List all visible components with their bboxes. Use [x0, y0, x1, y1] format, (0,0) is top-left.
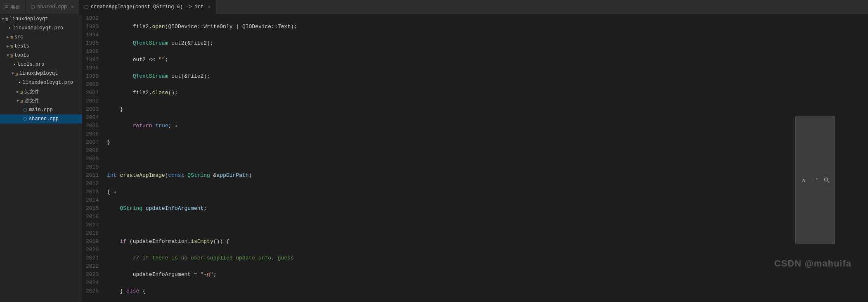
expand-arrow-src: ▶ — [7, 35, 9, 40]
ln-2023: 2023 — [86, 271, 99, 279]
sidebar-item-tests[interactable]: ▶ ◫ tests — [0, 42, 82, 51]
sidebar-item-linuxdeployqt-sub[interactable]: ▼ ◫ linuxdeployqt — [0, 69, 82, 78]
expand-arrow: ▼ — [2, 17, 4, 21]
expand-arrow-sources: ▼ — [17, 99, 19, 103]
code-line-1992: file2.open(QIODevice::WriteOnly | QIODev… — [107, 23, 865, 31]
folder-sources-icon: ◫ — [20, 98, 23, 104]
sidebar-item-pro-root[interactable]: ▪ linuxdeployqt.pro — [0, 24, 82, 33]
ln-2000: 2000 — [86, 81, 99, 89]
sidebar-label-ldt-pro: linuxdeployqt.pro — [23, 80, 73, 86]
ln-2002: 2002 — [86, 97, 99, 105]
tab-shared-label: shared.cpp — [37, 4, 67, 10]
code-line-1994: out2 << ""; — [107, 56, 865, 64]
sidebar-item-sources[interactable]: ▼ ◫ 源文件 — [0, 96, 82, 105]
tab-shared-close[interactable]: × — [71, 5, 74, 10]
pro-ldt-icon: ▪ — [18, 80, 21, 85]
ln-1997: 1997 — [86, 56, 99, 64]
svg-line-1 — [828, 181, 830, 183]
code-line-2008: } else { — [107, 287, 865, 295]
tab-create-close[interactable]: × — [208, 5, 210, 10]
ln-2001: 2001 — [86, 89, 99, 97]
match-case-button[interactable]: A — [799, 176, 808, 185]
ln-2009: 2009 — [86, 155, 99, 163]
ln-2012: 2012 — [86, 180, 99, 188]
sidebar-item-headers[interactable]: ▶ ◫ 头文件 — [0, 87, 82, 96]
ln-2007: 2007 — [86, 138, 99, 147]
tab-shared-cpp[interactable]: ⬡ shared.cpp × — [26, 0, 79, 14]
code-line-1993: QTextStream out2(&file2); — [107, 39, 865, 48]
tab-create-icon: ⬡ — [84, 4, 88, 10]
code-line-2001: int createAppImage(const QString &appDir… — [107, 171, 865, 180]
sidebar-item-src[interactable]: ▶ ◫ src — [0, 33, 82, 42]
ln-2025: 2025 — [86, 287, 99, 295]
sidebar-item-tools-pro[interactable]: ▪ tools.pro — [0, 60, 82, 69]
sidebar-label-tools-pro: tools.pro — [18, 62, 45, 67]
sidebar-label-tools: tools — [14, 52, 29, 58]
folder-tools-icon: ◫ — [10, 53, 13, 58]
tab-project-label: 项目 — [10, 4, 20, 11]
sidebar-label: linuxdeployqt — [9, 16, 48, 22]
sidebar-item-ldt-pro[interactable]: ▪ linuxdeployqt.pro — [0, 78, 82, 87]
regex-button[interactable]: .* — [811, 176, 820, 185]
sidebar-label-main: main.cpp — [29, 107, 53, 113]
ln-2014: 2014 — [86, 196, 99, 205]
ln-1993: 1993 — [86, 23, 99, 31]
sidebar-item-main-cpp[interactable]: ⬡ main.cpp — [0, 105, 82, 114]
ln-2020: 2020 — [86, 246, 99, 254]
ln-2004: 2004 — [86, 114, 99, 122]
cpp-main-icon: ⬡ — [23, 107, 27, 113]
ln-2005: 2005 — [86, 122, 99, 130]
code-line-2004 — [107, 221, 865, 229]
expand-arrow-sub: ▼ — [12, 71, 14, 76]
search-widget: A .* — [795, 116, 835, 244]
sidebar-label-src: src — [14, 34, 24, 40]
pro-file-icon: ▪ — [8, 26, 11, 31]
ln-2003: 2003 — [86, 105, 99, 114]
sidebar-label-shared: shared.cpp — [29, 116, 59, 122]
sidebar-item-tools[interactable]: ▼ ◫ tools — [0, 51, 82, 60]
code-line-1999: } — [107, 138, 865, 147]
svg-point-0 — [825, 178, 828, 181]
line-numbers: 1992 1993 1994 1995 1996 1997 1998 1999 … — [83, 14, 104, 302]
main-layout: ▼ ◫ linuxdeployqt ▪ linuxdeployqt.pro ▶ … — [0, 14, 868, 302]
folder-tests-icon: ◫ — [10, 44, 13, 49]
ln-2017: 2017 — [86, 221, 99, 229]
ln-1994: 1994 — [86, 31, 99, 39]
sidebar-label-headers: 头文件 — [24, 88, 39, 95]
tab-bar: ≡ 项目 ⬡ shared.cpp × ⬡ createAppImage(con… — [0, 0, 868, 14]
code-container[interactable]: 1992 1993 1994 1995 1996 1997 1998 1999 … — [83, 14, 868, 302]
sidebar-label-sources: 源文件 — [24, 97, 39, 105]
ln-1998: 1998 — [86, 64, 99, 72]
sidebar-label-ldt: linuxdeployqt — [19, 71, 58, 76]
code-line-1998: return true; ◀ — [107, 122, 865, 130]
tab-project[interactable]: ≡ 项目 — [0, 0, 26, 14]
sidebar-label: linuxdeployqt.pro — [13, 25, 63, 31]
ln-1999: 1999 — [86, 72, 99, 81]
expand-arrow-tools: ▼ — [7, 53, 9, 58]
ln-1995: 1995 — [86, 39, 99, 48]
ln-2010: 2010 — [86, 163, 99, 171]
code-lines: file2.open(QIODevice::WriteOnly | QIODev… — [104, 14, 868, 302]
ln-2021: 2021 — [86, 254, 99, 262]
sidebar-item-shared-cpp[interactable]: ⬡ shared.cpp — [0, 114, 82, 124]
find-button[interactable] — [822, 176, 831, 185]
expand-arrow-headers: ▶ — [17, 89, 19, 94]
tab-shared-icon: ⬡ — [31, 4, 35, 10]
ln-2011: 2011 — [86, 171, 99, 180]
ln-2016: 2016 — [86, 213, 99, 221]
sidebar-item-linuxdeployqt-root[interactable]: ▼ ◫ linuxdeployqt — [0, 14, 82, 24]
code-line-2007: updateInfoArgument = "-g"; — [107, 271, 865, 279]
ln-2006: 2006 — [86, 130, 99, 138]
sidebar: ▼ ◫ linuxdeployqt ▪ linuxdeployqt.pro ▶ … — [0, 14, 83, 302]
code-line-1997: } — [107, 105, 865, 114]
ln-2013: 2013 — [86, 188, 99, 196]
ln-2018: 2018 — [86, 229, 99, 238]
tab-createappimage[interactable]: ⬡ createAppImage(const QString &) -> int… — [79, 0, 216, 14]
code-line-2003: QString updateInfoArgument; — [107, 205, 865, 213]
folder-icon: ◫ — [5, 17, 8, 22]
code-line-1995: QTextStream out(&file2); — [107, 72, 865, 81]
folder-src-icon: ◫ — [10, 35, 13, 40]
ln-1996: 1996 — [86, 48, 99, 56]
editor-area: 1992 1993 1994 1995 1996 1997 1998 1999 … — [83, 14, 868, 302]
tab-create-label: createAppImage(const QString &) -> int — [91, 4, 204, 10]
